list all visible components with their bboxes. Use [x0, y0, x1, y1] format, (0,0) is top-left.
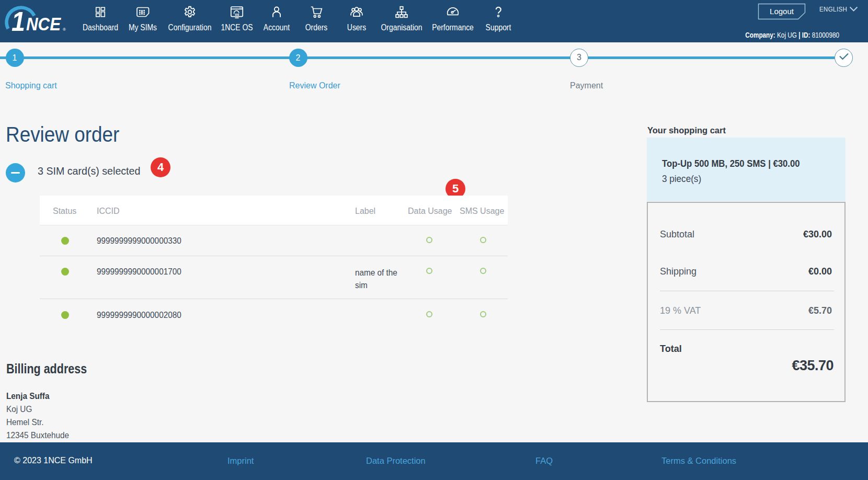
- svg-text:os: os: [235, 13, 239, 16]
- svg-text:1: 1: [12, 6, 25, 37]
- svg-text:®: ®: [63, 27, 66, 32]
- svg-text:NCE: NCE: [26, 14, 61, 34]
